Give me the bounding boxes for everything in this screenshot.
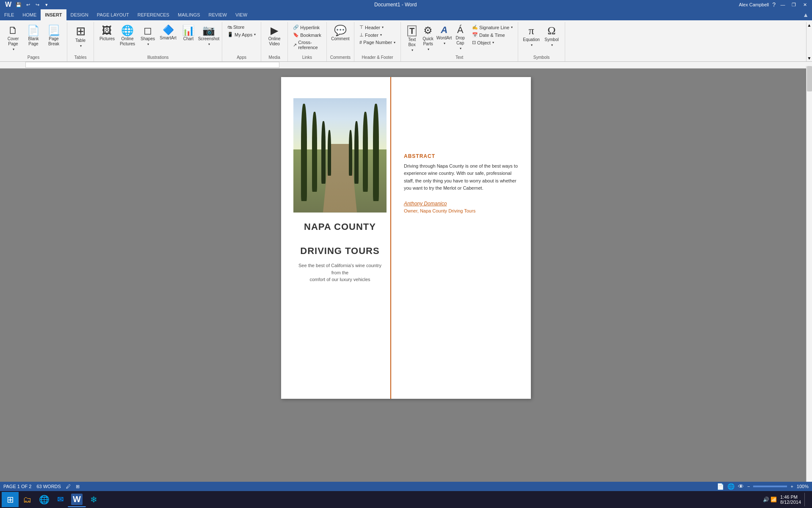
smartart-icon: 🔷	[163, 25, 174, 35]
text-box-button[interactable]: T TextBox ▾	[404, 24, 420, 54]
text-box-icon: T	[407, 25, 417, 36]
tab-page-layout[interactable]: PAGE LAYOUT	[93, 9, 133, 20]
header-button[interactable]: ⊤ Header ▾	[358, 24, 397, 31]
taskbar-outlook[interactable]: ✉	[54, 492, 67, 507]
tab-design[interactable]: DESIGN	[66, 9, 93, 20]
my-apps-button[interactable]: 📱 My Apps ▾	[226, 31, 257, 38]
other-icon: ❄	[90, 494, 97, 505]
undo-button[interactable]: ↩	[24, 1, 32, 8]
status-right: 📄 🌐 👁 − + 100%	[717, 483, 809, 490]
store-icon: 🛍	[227, 25, 232, 30]
tree-3	[321, 121, 326, 184]
scrollbar-thumb[interactable]	[807, 69, 812, 91]
clock: 1:46 PM 8/12/2014	[780, 494, 801, 505]
help-button[interactable]: ?	[772, 1, 776, 8]
links-group-label: Links	[291, 54, 323, 61]
tab-review[interactable]: REVIEW	[204, 9, 231, 20]
view-mode-read[interactable]: 👁	[738, 483, 744, 490]
taskbar-other[interactable]: ❄	[87, 492, 101, 507]
zoom-out-button[interactable]: −	[747, 484, 750, 489]
wordart-button[interactable]: A WordArt ▾	[436, 24, 452, 47]
restore-button[interactable]: ❐	[790, 1, 798, 8]
tab-insert[interactable]: INSERT	[41, 9, 66, 20]
drop-cap-button[interactable]: Á DropCap ▾	[453, 24, 468, 52]
smartart-button[interactable]: 🔷 SmartArt	[158, 24, 178, 42]
abstract-body: Driving through Napa County is one of th…	[404, 163, 518, 192]
start-button[interactable]: ⊞	[2, 492, 19, 507]
signature-line-icon: ✍	[472, 25, 478, 30]
bookmark-button[interactable]: 🔖 Bookmark	[291, 31, 323, 39]
taskbar-chrome[interactable]: 🌐	[36, 492, 53, 507]
footer-button[interactable]: ⊥ Footer ▾	[358, 31, 397, 39]
view-mode-print[interactable]: 📄	[717, 483, 724, 490]
status-left: PAGE 1 OF 2 63 WORDS 🖊 ⊞	[3, 484, 80, 489]
customize-qa-button[interactable]: ▾	[43, 1, 50, 8]
header-footer-group-label: Header & Footer	[358, 54, 397, 61]
equation-button[interactable]: π Equation ▾	[522, 24, 541, 49]
taskbar: ⊞ 🗂 🌐 ✉ W ❄ 🔊 📶 1:46 PM 8/12/2014	[0, 491, 812, 508]
ribbon-group-apps: 🛍 Store 📱 My Apps ▾ Apps	[222, 22, 261, 61]
quick-parts-icon: ⚙	[423, 25, 433, 36]
close-button[interactable]: ✕	[801, 1, 809, 8]
file-explorer-icon: 🗂	[23, 495, 31, 505]
tree-6	[363, 112, 368, 192]
system-tray-icons: 🔊 📶	[763, 497, 777, 502]
screenshot-icon: 📷	[202, 25, 215, 36]
save-button[interactable]: 💾	[15, 1, 22, 8]
date-time-button[interactable]: 📅 Date & Time	[470, 31, 514, 39]
quick-parts-button[interactable]: ⚙ QuickParts ▾	[420, 24, 436, 53]
comment-button[interactable]: 💬 Comment	[331, 24, 350, 43]
chart-button[interactable]: 📊 Chart	[179, 24, 198, 43]
signature-line-button[interactable]: ✍ Signature Line ▾	[470, 24, 514, 31]
online-video-button[interactable]: ▶ OnlineVideo	[265, 24, 284, 48]
illustrations-group-label: Illustrations	[97, 54, 218, 61]
ribbon-collapse-button[interactable]: ▲	[803, 11, 809, 18]
blank-page-button[interactable]: 📄 BlankPage	[24, 24, 43, 48]
cross-reference-button[interactable]: ↗ Cross-reference	[291, 39, 323, 51]
online-video-icon: ▶	[271, 25, 278, 36]
ruler-inner	[25, 62, 279, 68]
show-desktop[interactable]	[804, 493, 807, 506]
zoom-in-button[interactable]: +	[790, 484, 793, 489]
shapes-button[interactable]: ◻ Shapes ▾	[138, 24, 157, 48]
hyperlink-button[interactable]: 🔗 Hyperlink	[291, 24, 323, 31]
page-break-button[interactable]: 📃 PageBreak	[44, 24, 64, 48]
tab-mailings[interactable]: MAILINGS	[174, 9, 204, 20]
view-mode-web[interactable]: 🌐	[727, 483, 735, 490]
object-button[interactable]: ⊡ Object ▾	[470, 39, 514, 46]
screenshot-button[interactable]: 📷 Screenshot ▾	[199, 24, 218, 48]
redo-button[interactable]: ↪	[33, 1, 41, 8]
ribbon-scroll-up[interactable]: ▲	[807, 23, 812, 28]
pictures-button[interactable]: 🖼 Pictures	[97, 24, 117, 43]
symbol-icon: Ω	[547, 25, 555, 36]
tables-group-label: Tables	[71, 54, 90, 61]
zoom-slider[interactable]	[753, 486, 787, 487]
vertical-scrollbar[interactable]	[806, 69, 812, 482]
online-pictures-button[interactable]: 🌐 OnlinePictures	[118, 24, 137, 48]
document-area[interactable]: NAPA COUNTYDRIVING TOURS See the best of…	[0, 69, 812, 486]
symbol-button[interactable]: Ω Symbol ▾	[542, 24, 561, 49]
store-button[interactable]: 🛍 Store	[226, 24, 257, 30]
ribbon-group-symbols: π Equation ▾ Ω Symbol ▾ Symbols	[518, 22, 565, 61]
taskbar-file-explorer[interactable]: 🗂	[19, 492, 35, 507]
abstract-heading: ABSTRACT	[404, 153, 518, 159]
comments-group-label: Comments	[330, 54, 351, 61]
author-title: Owner, Napa County Driving Tours	[404, 208, 518, 213]
ribbon-group-links: 🔗 Hyperlink 🔖 Bookmark ↗ Cross-reference…	[288, 22, 327, 61]
tab-references[interactable]: REFERENCES	[133, 9, 174, 20]
tab-file[interactable]: FILE	[0, 9, 18, 20]
minimize-button[interactable]: —	[779, 1, 787, 8]
ribbon-group-tables: ⊞ Table ▾ Tables	[67, 22, 94, 61]
page-number-button[interactable]: # Page Number ▾	[358, 39, 397, 46]
page-number-icon: #	[359, 40, 362, 45]
ribbon-scroll-down[interactable]: ▼	[807, 56, 812, 61]
online-pictures-icon: 🌐	[121, 25, 134, 36]
ribbon-group-header-footer: ⊤ Header ▾ ⊥ Footer ▾ # Page Number ▾ He…	[354, 22, 401, 61]
cover-page-button[interactable]: 🗋 CoverPage ▾	[3, 24, 23, 53]
status-bar: PAGE 1 OF 2 63 WORDS 🖊 ⊞ 📄 🌐 👁 − + 100%	[0, 482, 812, 491]
taskbar-word[interactable]: W	[68, 492, 86, 507]
tab-view[interactable]: VIEW	[231, 9, 251, 20]
table-button[interactable]: ⊞ Table ▾	[71, 24, 90, 50]
tab-home[interactable]: HOME	[18, 9, 41, 20]
page-indicator: PAGE 1 OF 2	[3, 484, 31, 489]
